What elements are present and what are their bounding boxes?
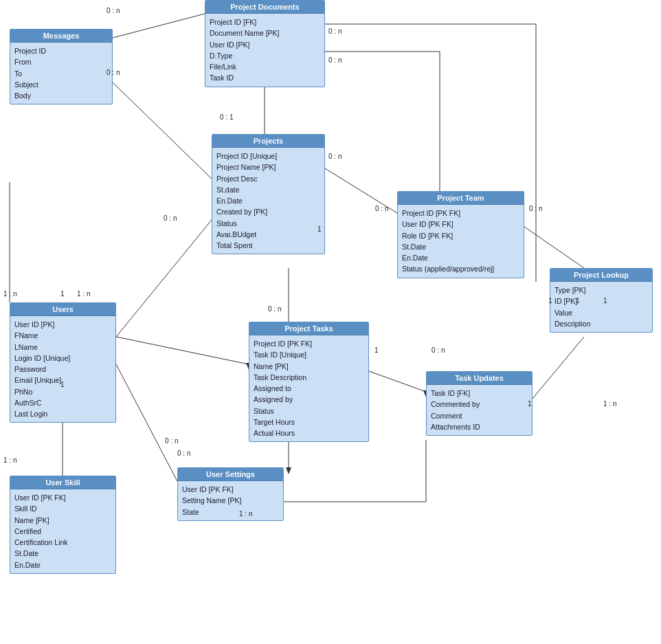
field: Subject bbox=[14, 79, 108, 90]
entity-messages-header: Messages bbox=[10, 30, 112, 43]
entity-users: Users User ID [PK] FName LName Login ID … bbox=[10, 302, 116, 423]
svg-line-0 bbox=[113, 14, 205, 38]
entity-projects: Projects Project ID [Unique] Project Nam… bbox=[212, 134, 325, 254]
field: Commented by bbox=[431, 399, 528, 410]
field: En.Date bbox=[402, 252, 519, 263]
field: St.Date bbox=[14, 548, 111, 559]
entity-project-lookup-header: Project Lookup bbox=[550, 269, 652, 282]
field: Avai.BUdget bbox=[216, 229, 320, 240]
field: User ID [PK] bbox=[14, 319, 111, 330]
field: Status bbox=[254, 406, 364, 417]
rel-label-users-settings: 0 : n bbox=[165, 437, 178, 445]
entity-project-team-header: Project Team bbox=[398, 192, 524, 205]
rel-label-left-1n-3: 1 : n bbox=[77, 290, 90, 298]
entity-project-team: Project Team Project ID [PK FK] User ID … bbox=[397, 191, 524, 278]
entity-users-header: Users bbox=[10, 303, 115, 316]
field: Target Hours bbox=[254, 417, 364, 428]
rel-label-updates-lookup-1: 1 bbox=[528, 400, 532, 408]
rel-label-lookup-1b: 1 bbox=[576, 297, 580, 304]
field: En.Date bbox=[216, 195, 320, 206]
field: En.Date bbox=[14, 559, 111, 570]
field: User ID [PK] bbox=[210, 39, 320, 50]
rel-label-pdoc-proj: 0 : 1 bbox=[220, 113, 233, 121]
rel-label-users-1: 1 bbox=[60, 381, 65, 388]
entity-project-lookup-body: Type [PK] ID [PK] Value Description bbox=[550, 282, 652, 332]
rel-label-tasks-updates-1: 1 bbox=[374, 346, 379, 354]
entity-task-updates: Task Updates Task ID [FK] Commented by C… bbox=[426, 371, 533, 436]
field: To bbox=[14, 68, 108, 79]
entity-task-updates-header: Task Updates bbox=[427, 372, 532, 385]
field: ID [PK] bbox=[554, 296, 648, 307]
field: User ID [PK FK] bbox=[182, 484, 279, 495]
field: Setting Name [PK] bbox=[182, 495, 279, 506]
field: Type [PK] bbox=[554, 285, 648, 296]
field: From bbox=[14, 56, 108, 67]
field: Project Name [PK] bbox=[216, 162, 320, 173]
rel-label-updates-0n: 0 : n bbox=[432, 346, 445, 354]
rel-label-tasks-usersettings: 0 : n bbox=[177, 449, 190, 457]
field: Name [PK] bbox=[14, 515, 111, 526]
field: Certified bbox=[14, 526, 111, 537]
svg-line-20 bbox=[116, 364, 177, 481]
svg-line-17 bbox=[533, 337, 584, 399]
entity-user-skill-header: User Skill bbox=[10, 476, 115, 489]
entity-project-lookup: Project Lookup Type [PK] ID [PK] Value D… bbox=[550, 268, 653, 333]
rel-label-team-lookup: 0 : n bbox=[529, 205, 542, 212]
entity-users-body: User ID [PK] FName LName Login ID [Uniqu… bbox=[10, 316, 115, 422]
field: Assigned to bbox=[254, 383, 364, 394]
field: State bbox=[182, 507, 279, 518]
field: User ID [PK FK] bbox=[14, 492, 111, 503]
entity-project-tasks: Project Tasks Project ID [PK FK] Task ID… bbox=[249, 322, 369, 442]
svg-line-15 bbox=[369, 371, 426, 392]
field: Total Spent bbox=[216, 240, 320, 251]
field: Role ID [PK FK] bbox=[402, 230, 519, 241]
entity-project-tasks-body: Project ID [PK FK] Task ID [Unique] Name… bbox=[249, 335, 368, 441]
field: Login ID [Unique] bbox=[14, 353, 111, 364]
field: FName bbox=[14, 330, 111, 341]
field: Document Name [PK] bbox=[210, 27, 320, 38]
field: Status (applied/approved/rej] bbox=[402, 263, 519, 274]
field: LName bbox=[14, 342, 111, 353]
field: Created by [PK] bbox=[216, 206, 320, 217]
entity-user-settings-header: User Settings bbox=[178, 468, 283, 481]
entity-messages-body: Project ID From To Subject Body bbox=[10, 43, 112, 104]
svg-line-12 bbox=[524, 227, 584, 268]
entity-user-skill-body: User ID [PK FK] Skill ID Name [PK] Certi… bbox=[10, 489, 115, 573]
entity-project-team-body: Project ID [PK FK] User ID [PK FK] Role … bbox=[398, 205, 524, 278]
field: Task ID [FK] bbox=[431, 388, 528, 399]
field: AuthSrC bbox=[14, 397, 111, 408]
field: Task ID bbox=[210, 72, 320, 83]
entity-task-updates-body: Task ID [FK] Commented by Comment Attach… bbox=[427, 385, 532, 435]
field: Task Description bbox=[254, 372, 364, 383]
field: User ID [PK FK] bbox=[402, 219, 519, 230]
field: Body bbox=[14, 90, 108, 101]
rel-label-proj-team: 0 : n bbox=[375, 205, 388, 212]
rel-label-users-skill: 1 : n bbox=[3, 456, 16, 464]
entity-projects-header: Projects bbox=[212, 135, 324, 148]
field: Actual Hours bbox=[254, 428, 364, 438]
svg-line-11 bbox=[116, 220, 212, 337]
field: Value bbox=[554, 307, 648, 318]
field: St.Date bbox=[402, 241, 519, 252]
entity-messages: Messages Project ID From To Subject Body bbox=[10, 29, 113, 104]
entity-project-documents-body: Project ID [FK] Document Name [PK] User … bbox=[205, 14, 324, 87]
field: Project ID [Unique] bbox=[216, 151, 320, 162]
rel-label-pdoc-right2: 0 : n bbox=[328, 56, 341, 64]
rel-label-lookup-1a: 1 bbox=[548, 297, 552, 304]
field: Description bbox=[554, 318, 648, 329]
field: D.Type bbox=[210, 50, 320, 61]
rel-label-proj-tasks: 1 bbox=[317, 225, 322, 233]
entity-user-settings-body: User ID [PK FK] Setting Name [PK] State bbox=[178, 481, 283, 520]
rel-label-tasks-0n: 0 : n bbox=[268, 305, 281, 313]
field: Skill ID bbox=[14, 503, 111, 514]
field: Project ID [FK] bbox=[210, 16, 320, 27]
field: Task ID [Unique] bbox=[254, 349, 364, 360]
rel-label-left-1n-2: 1 bbox=[60, 290, 65, 298]
rel-label-proj-users: 0 : n bbox=[164, 214, 177, 222]
entity-projects-body: Project ID [Unique] Project Name [PK] Pr… bbox=[212, 148, 324, 254]
entity-project-documents-header: Project Documents bbox=[205, 1, 324, 14]
entity-project-tasks-header: Project Tasks bbox=[249, 322, 368, 335]
erd-diagram: Messages Project ID From To Subject Body… bbox=[0, 0, 661, 644]
field: Certification Link bbox=[14, 537, 111, 548]
field: Status bbox=[216, 218, 320, 229]
